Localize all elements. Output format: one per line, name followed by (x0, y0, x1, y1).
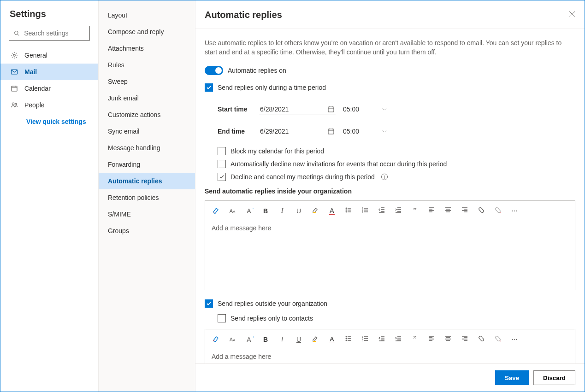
tb-align-left[interactable] (427, 206, 436, 215)
tb-eraser[interactable] (212, 335, 220, 344)
svg-point-6 (15, 103, 17, 105)
editor-outside-body[interactable]: Add a message here (205, 349, 575, 363)
tb-indent[interactable] (394, 206, 402, 215)
info-icon[interactable]: i (381, 174, 388, 180)
sub-message-handling[interactable]: Message handling (99, 140, 195, 156)
toggle-label: Automatic replies on (228, 67, 286, 74)
tb-underline[interactable]: U (295, 336, 303, 343)
sub-retention[interactable]: Retention policies (99, 189, 195, 206)
end-time-label: End time (218, 128, 259, 135)
search-input[interactable] (23, 29, 85, 37)
sub-compose[interactable]: Compose and reply (99, 23, 195, 40)
tb-underline[interactable]: U (295, 207, 303, 215)
svg-point-10 (346, 210, 347, 211)
quick-settings-link[interactable]: View quick settings (0, 113, 98, 125)
tb-italic[interactable]: I (278, 336, 286, 343)
check-icon (206, 301, 212, 306)
tb-italic[interactable]: I (278, 207, 286, 215)
discard-button[interactable]: Discard (533, 370, 575, 385)
sub-junk[interactable]: Junk email (99, 90, 195, 106)
sub-sweep[interactable]: Sweep (99, 73, 195, 90)
tb-more[interactable]: ⋯ (510, 207, 519, 215)
tb-outdent[interactable] (378, 335, 386, 344)
close-button[interactable] (569, 11, 575, 19)
tb-align-right[interactable] (461, 206, 469, 215)
tb-bullets[interactable] (344, 206, 353, 215)
editor-inside-body[interactable]: Add a message here (205, 221, 575, 290)
nav-general[interactable]: General (0, 47, 98, 64)
tb-align-center[interactable] (444, 206, 452, 215)
end-time-select[interactable]: 05:00 (342, 126, 388, 137)
tb-bold[interactable]: B (261, 336, 270, 343)
tb-font[interactable]: AA (228, 208, 236, 214)
sub-attachments[interactable]: Attachments (99, 40, 195, 57)
svg-point-0 (15, 31, 18, 35)
tb-highlight[interactable] (311, 206, 319, 215)
tb-bold[interactable]: B (261, 207, 270, 215)
end-date-picker[interactable]: 6/29/2021 (259, 126, 336, 137)
tb-eraser[interactable] (212, 206, 220, 215)
tb-unlink[interactable] (494, 206, 502, 215)
tb-numbering[interactable]: 123 (361, 206, 369, 215)
svg-point-17 (346, 340, 347, 341)
highlight-icon (312, 335, 319, 342)
tb-unlink[interactable] (494, 335, 502, 344)
search-settings[interactable] (9, 26, 90, 41)
nav-mail[interactable]: Mail (0, 64, 98, 80)
sub-layout[interactable]: Layout (99, 7, 195, 23)
start-time-label: Start time (218, 105, 259, 113)
sub-rules[interactable]: Rules (99, 57, 195, 73)
svg-point-15 (346, 336, 347, 337)
tb-indent[interactable] (394, 335, 402, 344)
cb-contacts-only[interactable] (218, 314, 226, 322)
tb-align-center[interactable] (444, 335, 452, 344)
settings-sidebar: Settings General Mail Calendar People Vi… (0, 0, 99, 392)
start-time-select[interactable]: 05:00 (342, 104, 388, 115)
tb-more[interactable]: ⋯ (510, 336, 519, 343)
calendar-icon (11, 85, 18, 92)
svg-point-5 (12, 103, 14, 105)
svg-text:3: 3 (362, 339, 363, 342)
start-date-picker[interactable]: 6/28/2021 (259, 104, 336, 115)
tb-bullets[interactable] (344, 335, 353, 344)
tb-link[interactable] (477, 206, 485, 215)
save-button[interactable]: Save (495, 370, 529, 385)
cb-decline-cancel-label: Decline and cancel my meetings during th… (230, 173, 375, 181)
cb-decline-cancel[interactable] (218, 173, 226, 181)
align-left-icon (428, 206, 435, 214)
end-date-value: 6/29/2021 (260, 128, 289, 135)
svg-rect-7 (328, 107, 334, 112)
chevron-down-icon (382, 129, 387, 134)
tb-align-left[interactable] (427, 335, 436, 344)
cb-decline-new[interactable] (218, 160, 226, 168)
align-center-icon (444, 206, 452, 214)
sub-sync[interactable]: Sync email (99, 123, 195, 140)
cb-time-period[interactable] (205, 83, 213, 92)
sub-groups[interactable]: Groups (99, 222, 195, 239)
sub-smime[interactable]: S/MIME (99, 206, 195, 222)
nav-calendar[interactable]: Calendar (0, 80, 98, 97)
tb-quote[interactable]: ” (411, 337, 419, 342)
calendar-icon (327, 105, 335, 113)
sub-automatic-replies[interactable]: Automatic replies (99, 173, 195, 189)
start-time-value: 05:00 (343, 105, 359, 113)
tb-align-right[interactable] (461, 335, 469, 344)
cb-block-calendar[interactable] (218, 147, 226, 155)
sub-customize[interactable]: Customize actions (99, 106, 195, 123)
cb-outside-label: Send replies outside your organization (218, 300, 327, 307)
tb-fontsize[interactable]: A◦ (245, 336, 253, 343)
tb-fontcolor[interactable]: A (328, 207, 336, 215)
tb-highlight[interactable] (311, 335, 319, 344)
nav-people[interactable]: People (0, 97, 98, 113)
cb-outside-org[interactable] (205, 299, 213, 308)
tb-link[interactable] (477, 335, 485, 344)
tb-numbering[interactable]: 123 (361, 335, 369, 344)
tb-font[interactable]: AA (228, 337, 236, 342)
tb-quote[interactable]: ” (411, 209, 419, 213)
tb-fontcolor[interactable]: A (328, 335, 336, 343)
settings-title: Settings (0, 9, 98, 26)
autoreplies-toggle[interactable] (205, 66, 223, 75)
tb-outdent[interactable] (378, 206, 386, 215)
tb-fontsize[interactable]: A◦ (245, 207, 253, 215)
sub-forwarding[interactable]: Forwarding (99, 156, 195, 173)
